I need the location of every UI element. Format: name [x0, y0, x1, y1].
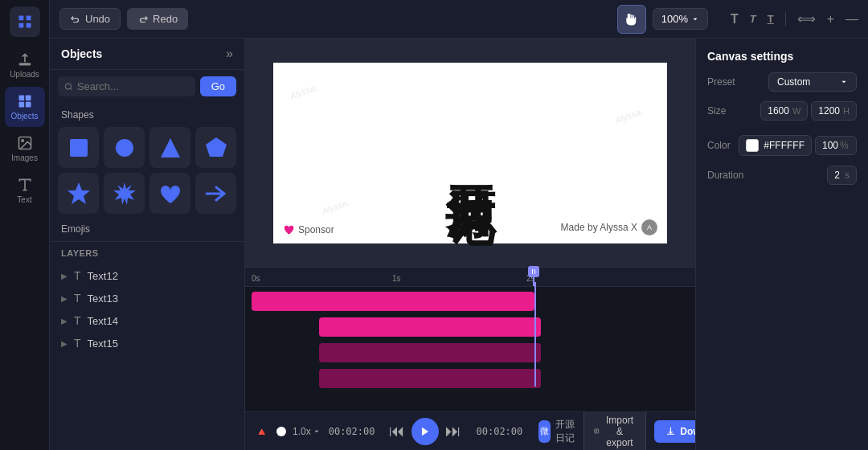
sidebar-item-objects[interactable]: Objects — [5, 87, 45, 127]
ruler-mark-1s: 1s — [392, 274, 401, 283]
toolbar-text-icon-3[interactable]: T — [768, 13, 774, 25]
width-field[interactable]: 1600 W — [760, 101, 808, 121]
preset-label: Preset — [707, 76, 735, 88]
track-bar-2[interactable] — [319, 317, 541, 337]
skip-back-button[interactable]: ⏮ — [389, 422, 405, 440]
toolbar-text-icon-1[interactable]: T — [731, 12, 739, 27]
shape-heart[interactable] — [149, 173, 190, 214]
height-value: 1200 — [818, 105, 840, 117]
zoom-control[interactable]: 100% — [653, 8, 708, 30]
watermark-text: 开源日记 — [555, 418, 575, 445]
collapse-icon[interactable]: » — [226, 47, 233, 61]
track-bar-1[interactable] — [252, 292, 534, 311]
skip-forward-button[interactable]: ⏭ — [445, 422, 461, 440]
track-bar-4[interactable] — [319, 369, 541, 388]
sidebar-item-uploads[interactable]: Uploads — [5, 45, 45, 85]
layer-text14-label: Text14 — [88, 315, 118, 327]
shape-burst[interactable] — [104, 173, 145, 214]
shapes-grid — [50, 124, 244, 217]
import-export-button[interactable]: Import & export — [583, 408, 646, 451]
volume-icon[interactable]: 🔺 — [255, 425, 268, 438]
layer-arrow-icon-2: ▶ — [61, 294, 68, 303]
redo-button[interactable]: Redo — [127, 8, 188, 30]
shape-arrow[interactable] — [195, 173, 236, 214]
made-by-label: Made by Alyssa X A — [561, 219, 657, 235]
color-field[interactable]: #FFFFFF — [739, 135, 812, 156]
layer-text13-label: Text13 — [88, 292, 118, 305]
import-label: Import & export — [604, 415, 637, 448]
shape-pentagon[interactable] — [195, 127, 236, 168]
speed-control[interactable]: 1.0x — [293, 426, 321, 437]
sidebar-item-text[interactable]: Text — [5, 170, 45, 211]
layer-item-text15[interactable]: ▶ T Text15 — [50, 332, 244, 354]
svg-marker-14 — [161, 138, 180, 158]
svg-point-10 — [21, 140, 23, 142]
svg-rect-0 — [18, 16, 23, 21]
playhead-handle[interactable] — [528, 266, 539, 277]
height-field[interactable]: 1200 H — [811, 101, 857, 121]
time-current: 00:02:00 — [329, 426, 375, 437]
toolbar-add-icon[interactable]: + — [827, 12, 834, 27]
width-value: 1600 — [768, 105, 789, 117]
layer-item-text14[interactable]: ▶ T Text14 — [50, 309, 244, 332]
svg-marker-15 — [206, 137, 227, 157]
svg-rect-18 — [532, 269, 533, 274]
color-label: Color — [707, 140, 731, 151]
duration-field[interactable]: 2 s — [827, 166, 857, 185]
sidebar-images-label: Images — [11, 153, 38, 162]
svg-rect-7 — [18, 102, 24, 108]
toolbar-minus-icon[interactable]: — — [845, 12, 858, 27]
go-button[interactable]: Go — [200, 76, 236, 96]
duration-unit: s — [845, 170, 850, 181]
toolbar-align-icon[interactable]: ⟺ — [797, 11, 816, 27]
sidebar-text-label: Text — [17, 195, 31, 204]
shapes-section-title: Shapes — [50, 103, 244, 124]
preset-dropdown[interactable]: Custom — [768, 72, 857, 92]
sponsor-label: Sponsor — [298, 224, 334, 235]
layer-text-icon-3: T — [74, 314, 81, 327]
color-opacity-field[interactable]: 100 % — [815, 136, 857, 155]
slider-thumb[interactable] — [276, 427, 286, 436]
sidebar-objects-label: Objects — [11, 112, 39, 121]
download-label: Download — [680, 426, 695, 437]
layer-arrow-icon: ▶ — [61, 272, 68, 280]
shape-square[interactable] — [58, 127, 99, 168]
toolbar-divider-1 — [785, 12, 786, 27]
toolbar-text-icon-2[interactable]: T — [750, 13, 756, 25]
duration-label: Duration — [707, 170, 743, 181]
sponsor-button[interactable]: Sponsor — [283, 224, 334, 235]
svg-point-11 — [65, 83, 71, 88]
layer-text15-label: Text15 — [88, 338, 118, 350]
track-bar-3[interactable] — [319, 343, 541, 362]
zoom-value: 100% — [661, 13, 688, 25]
shape-triangle[interactable] — [149, 127, 190, 168]
avatar: A — [641, 219, 657, 235]
svg-marker-20 — [422, 427, 428, 436]
watermark-logo: 微 开源日记 — [538, 418, 575, 445]
panel-title: Objects — [61, 47, 102, 60]
svg-rect-4 — [19, 63, 30, 65]
sidebar-item-images[interactable]: Images — [5, 129, 45, 169]
layer-text-icon-4: T — [74, 337, 81, 350]
svg-rect-5 — [18, 96, 24, 101]
layer-item-text13[interactable]: ▶ T Text13 — [50, 287, 244, 309]
layer-arrow-icon-4: ▶ — [61, 339, 68, 348]
canvas-settings-title: Canvas settings — [707, 50, 857, 63]
speed-value: 1.0x — [293, 426, 311, 437]
svg-rect-6 — [25, 96, 31, 101]
canvas-area: Alyssa. Alyssa. Alyssa. 开源日记 Sponsor Mad… — [273, 63, 667, 243]
svg-marker-16 — [68, 182, 90, 204]
shape-star[interactable] — [58, 173, 99, 214]
emojis-section-title: Emojis — [50, 217, 244, 238]
canvas-main-text: 开源日记 — [443, 146, 497, 159]
search-input[interactable] — [77, 80, 189, 92]
undo-button[interactable]: Undo — [59, 8, 121, 30]
download-button[interactable]: Download — [654, 420, 695, 443]
width-unit: W — [792, 106, 800, 116]
color-hex: #FFFFFF — [764, 140, 805, 151]
shape-circle[interactable] — [104, 127, 145, 168]
svg-rect-2 — [18, 23, 23, 28]
hand-tool-button[interactable] — [617, 5, 646, 34]
layer-item-text12[interactable]: ▶ T Text12 — [50, 264, 244, 287]
play-button[interactable] — [411, 418, 439, 445]
